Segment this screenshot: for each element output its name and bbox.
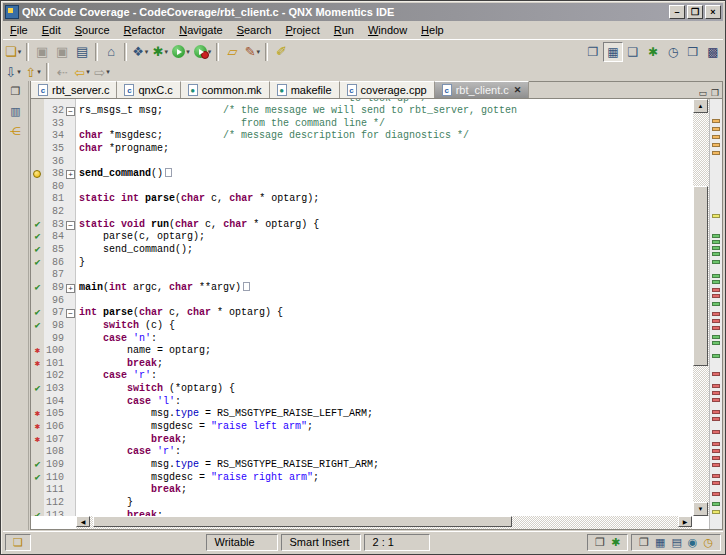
code-line-96[interactable]: 96 [31, 295, 692, 308]
horizontal-scroll-thumb[interactable] [93, 516, 512, 527]
marker-column[interactable]: ✔ [31, 459, 44, 472]
fold-collapse-icon[interactable]: − [66, 309, 75, 318]
next-annotation-button[interactable]: ⇩▾ [3, 62, 23, 82]
back-button[interactable]: ⇦▾ [72, 62, 92, 82]
overview-mark-y[interactable] [712, 214, 720, 218]
overview-mark-g[interactable] [712, 335, 720, 339]
code-line-98[interactable]: ✔98 switch (c) { [31, 320, 692, 333]
forward-button[interactable]: ⇨▾ [92, 62, 112, 82]
overview-mark-r[interactable] [712, 463, 720, 467]
marker-column[interactable] [31, 130, 44, 143]
external-tools-button[interactable]: ✱▾ [150, 42, 170, 62]
overview-mark-o[interactable] [712, 127, 720, 131]
menu-help[interactable]: Help [414, 22, 451, 38]
overview-mark-r[interactable] [712, 410, 720, 414]
profiler-perspective-button[interactable]: ▩ [703, 42, 723, 62]
overview-mark-r[interactable] [712, 319, 720, 323]
dropdown-arrow-icon[interactable]: ▾ [106, 68, 110, 76]
marker-column[interactable]: ✔ [31, 219, 44, 232]
overview-mark-o[interactable] [712, 143, 720, 147]
marker-column[interactable] [31, 118, 44, 131]
clock-icon[interactable]: ◷ [703, 536, 713, 549]
code-line-103[interactable]: ✔103 switch (*optarg) { [31, 383, 692, 396]
code-line-105[interactable]: ✱105 msg.type = RS_MSGTYPE_RAISE_LEFT_AR… [31, 408, 692, 421]
console-icon[interactable]: ▤ [671, 536, 681, 549]
marker-column[interactable]: ✔ [31, 231, 44, 244]
code-line-87[interactable]: 87 [31, 269, 692, 282]
marker-column[interactable] [31, 446, 44, 459]
code-line-86[interactable]: ✔86} [31, 257, 692, 270]
code-line-99[interactable]: 99 case 'n': [31, 333, 692, 346]
open-perspective-button[interactable]: ❐ [583, 42, 603, 62]
maximize-button[interactable]: ❒ [687, 5, 703, 19]
build-button[interactable]: ⌂ [101, 42, 121, 62]
overview-ruler[interactable] [709, 99, 722, 529]
menu-search[interactable]: Search [230, 22, 279, 38]
menu-edit[interactable]: Edit [35, 22, 68, 38]
cpp-perspective-button[interactable]: ❑ [623, 42, 643, 62]
print-button[interactable]: ▤ [72, 42, 92, 62]
vertical-scrollbar[interactable]: ▲ ▼ [693, 99, 709, 516]
overview-mark-o[interactable] [712, 135, 720, 139]
marker-column[interactable]: ✱ [31, 358, 44, 371]
overview-mark-r[interactable] [712, 398, 720, 402]
marker-column[interactable]: ✔ [31, 320, 44, 333]
menu-refactor[interactable]: Refactor [117, 22, 173, 38]
code-line-108[interactable]: 108 case 'r': [31, 446, 692, 459]
code-line-83[interactable]: ✔83−static void run(char c, char * optar… [31, 219, 692, 232]
code-line-84[interactable]: ✔84 parse(c, optarg); [31, 231, 692, 244]
open-file-button[interactable]: ▱ [222, 42, 242, 62]
window-icon[interactable]: ❐ [639, 536, 649, 549]
dropdown-arrow-icon[interactable]: ▾ [165, 48, 169, 56]
overview-mark-g[interactable] [712, 234, 720, 238]
overview-mark-r[interactable] [712, 417, 720, 421]
marker-column[interactable] [31, 193, 44, 206]
last-edit-location-button[interactable]: ⇠ [52, 62, 72, 82]
overview-mark-g[interactable] [712, 274, 720, 278]
annotate-button[interactable]: ✎▾ [242, 42, 262, 62]
dropdown-arrow-icon[interactable]: ▾ [86, 68, 90, 76]
save-button[interactable]: ▣ [32, 42, 52, 62]
menu-run[interactable]: Run [327, 22, 361, 38]
dropdown-arrow-icon[interactable]: ▾ [17, 68, 21, 76]
fast-view-toggle[interactable]: ❏ [5, 534, 31, 551]
cc-results-view-button[interactable]: ▥ [7, 103, 25, 119]
overview-mark-o[interactable] [712, 151, 720, 155]
marker-column[interactable]: ✱ [31, 421, 44, 434]
marker-column[interactable]: ✔ [31, 282, 44, 295]
coverage-table-icon[interactable]: ▦ [655, 536, 665, 549]
code-line-82[interactable]: 82 [31, 206, 692, 219]
overview-mark-g[interactable] [712, 502, 720, 506]
marker-column[interactable] [31, 168, 44, 181]
new-wizard-button[interactable]: ❏▾ [3, 42, 23, 62]
close-button[interactable]: × [705, 5, 721, 19]
overview-mark-r[interactable] [712, 294, 720, 298]
fold-collapse-icon[interactable]: − [66, 107, 75, 116]
overview-mark-r[interactable] [712, 391, 720, 395]
vertical-scroll-thumb[interactable] [693, 186, 708, 366]
scroll-right-button[interactable]: ▶ [678, 516, 692, 527]
overview-mark-r[interactable] [712, 442, 720, 446]
highlight-button[interactable]: ✐ [271, 42, 291, 62]
overview-mark-g[interactable] [712, 354, 720, 358]
overview-mark-g[interactable] [712, 341, 720, 345]
tab-makefile[interactable]: ●makefile [270, 81, 340, 98]
marker-column[interactable]: ✔ [31, 383, 44, 396]
editor-maximize-icon[interactable]: ❐ [711, 88, 719, 98]
globe-icon[interactable]: ◉ [688, 536, 698, 549]
menu-project[interactable]: Project [279, 22, 327, 38]
overview-mark-r[interactable] [712, 384, 720, 388]
marker-column[interactable] [31, 396, 44, 409]
previous-annotation-button[interactable]: ⇧▾ [23, 62, 43, 82]
overview-mark-g[interactable] [712, 280, 720, 284]
marker-column[interactable]: ✱ [31, 434, 44, 447]
debug-perspective-button[interactable]: ✱ [643, 42, 663, 62]
tab-qnxC.c[interactable]: cqnxC.c [117, 81, 180, 98]
overview-mark-r[interactable] [712, 492, 720, 496]
code-line-38[interactable]: 38+send_command() [31, 168, 692, 181]
menu-navigate[interactable]: Navigate [172, 22, 229, 38]
code-line-81[interactable]: 81static int parse(char c, char * optarg… [31, 193, 692, 206]
marker-column[interactable] [31, 181, 44, 194]
code-line-35[interactable]: 35char *progname; [31, 143, 692, 156]
code-line-33[interactable]: 33 from the command line */ [31, 118, 692, 131]
